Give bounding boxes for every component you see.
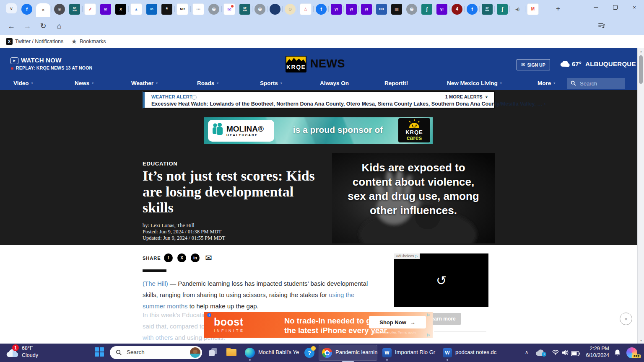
edge-window-label[interactable]: Mochii Babii's Ye	[258, 349, 299, 355]
taskbar-condition[interactable]: Cloudy	[22, 352, 38, 358]
word-app-icon[interactable]: W	[443, 348, 452, 357]
adchoices-icon[interactable]: ▷	[427, 333, 430, 337]
bookmark-twitter[interactable]: Twitter / Notifications	[15, 39, 63, 44]
edge-app-icon[interactable]	[245, 348, 255, 358]
adchoices-icon[interactable]: ▷	[427, 313, 430, 317]
pinned-tab-gmail[interactable]: M	[527, 3, 539, 15]
share-x-button[interactable]: X	[177, 253, 186, 262]
pinned-tab-dots[interactable]: ⋯	[192, 3, 204, 15]
pinned-tab-coin[interactable]: ☺	[285, 4, 296, 15]
taskbar-clock[interactable]: 2:29 PM 6/10/2024	[581, 345, 609, 359]
bookmark-bookmarks[interactable]: Bookmarks	[80, 39, 106, 44]
pinned-tab-yahoo-2[interactable]: y!	[331, 4, 342, 15]
close-tab-icon[interactable]: ×	[42, 7, 44, 13]
nav-item-roads[interactable]: Roads▾	[197, 80, 218, 86]
weather-alert-banner[interactable]: WEATHER ALERT 1 MORE ALERTS ∨ Excessive …	[143, 91, 495, 109]
scrollbar-thumb[interactable]	[639, 55, 643, 84]
start-button[interactable]	[95, 347, 104, 358]
sign-up-button[interactable]: ✉ SIGN UP	[517, 59, 550, 70]
home-button[interactable]: ⌂	[52, 17, 66, 35]
nav-item-more[interactable]: More▾	[538, 80, 555, 86]
pinned-tab-facebook-2[interactable]: f	[316, 4, 327, 15]
pinned-tab-river-1[interactable]: ʃ	[421, 4, 432, 15]
refresh-button[interactable]: ↻	[36, 17, 50, 35]
file-explorer-button[interactable]	[226, 349, 236, 356]
pinned-tab-river-2[interactable]: ʃ	[497, 4, 508, 15]
pinned-tab-red-star[interactable]: ☆	[300, 3, 312, 15]
header-city[interactable]: ALBUQUERQUE	[585, 60, 636, 67]
pinned-tab-nr[interactable]: NR	[177, 3, 188, 15]
chrome-window-label[interactable]: Pandemic learnin	[335, 349, 377, 355]
pinned-tab-globe-2[interactable]: ⊕	[254, 4, 265, 15]
pinned-tab-sparkle[interactable]: *	[161, 4, 172, 15]
word1-window-label[interactable]: Important Rio Gr	[395, 349, 435, 355]
minimize-button[interactable]	[586, 0, 605, 14]
nav-item-news[interactable]: News▾	[75, 80, 93, 86]
article-category[interactable]: EDUCATION	[143, 160, 178, 167]
new-tab-button[interactable]: +	[553, 3, 564, 14]
pinned-tab-facebook-3[interactable]: f	[467, 4, 478, 15]
replay-icon[interactable]: ↺	[394, 253, 488, 307]
page-scrollbar[interactable]: ▲ ▼	[637, 48, 644, 344]
share-email-button[interactable]: ✉	[204, 253, 213, 262]
the-hill-link[interactable]: (The Hill)	[143, 280, 168, 287]
pinned-tab-tab-audio[interactable]: ◀)	[512, 4, 523, 15]
alert-text[interactable]: Excessive Heat Watch: Lowlands of the Bo…	[151, 101, 546, 107]
pinned-tab-mountain[interactable]: ▲	[130, 3, 142, 15]
pinned-tab-db[interactable]: DB	[376, 4, 387, 15]
bookmark-star-icon[interactable]: ★	[71, 38, 77, 45]
share-linkedin-button[interactable]: in	[191, 253, 200, 262]
pinned-tab-yahoo-3[interactable]: y!	[346, 4, 357, 15]
site-search-input[interactable]	[579, 80, 621, 87]
scroll-down-arrow[interactable]: ▼	[638, 339, 644, 342]
search-highlight-avatar[interactable]	[190, 347, 200, 358]
pinned-tab-linkedin[interactable]: in	[146, 4, 157, 15]
nav-item-always-on[interactable]: Always On	[320, 80, 349, 86]
pinned-tab-globe-3[interactable]: ⊕	[406, 4, 417, 15]
word-app-icon[interactable]: W	[382, 348, 392, 357]
pinned-tab-x-tab[interactable]: X	[115, 4, 126, 15]
pinned-tab-sfnm-2[interactable]: SF NM	[239, 4, 250, 15]
pinned-tab-mail[interactable]: ✉	[223, 3, 235, 15]
watch-now-link[interactable]: WATCH NOW	[21, 57, 62, 64]
with-others-link[interactable]: with others	[143, 334, 173, 341]
taskbar-search[interactable]	[110, 346, 202, 359]
x-logo-icon[interactable]: X	[6, 38, 13, 45]
tray-chevron-icon[interactable]: ∧	[525, 349, 528, 355]
pinned-tab-red-4[interactable]: 4	[452, 4, 462, 15]
media-queue-icon[interactable]	[598, 22, 605, 31]
video-ad-player[interactable]: AdChoices ▷ ↺	[394, 253, 488, 307]
active-tab[interactable]: ×	[36, 3, 50, 17]
more-alerts-toggle[interactable]: 1 MORE ALERTS ∨	[445, 94, 488, 99]
pinned-tab-bell-tab[interactable]	[270, 4, 280, 15]
boost-ad-banner[interactable]: i boost INFINITE No trade-in needed to g…	[204, 312, 433, 338]
share-facebook-button[interactable]: f	[164, 253, 173, 262]
pinned-tab-yahoo-5[interactable]: y!	[436, 4, 447, 15]
pinned-tab-emblem[interactable]: ◉	[54, 4, 65, 15]
speaker-icon[interactable]	[562, 349, 569, 357]
krqe-logo[interactable]: KRQE	[286, 56, 306, 72]
wifi-icon[interactable]	[552, 349, 559, 357]
chrome-app-icon[interactable]	[322, 348, 332, 358]
pinned-tab-yahoo-4[interactable]: y!	[361, 4, 372, 15]
nav-item-sports[interactable]: Sports▾	[260, 80, 282, 86]
shop-now-button[interactable]: Shop Now→	[369, 316, 426, 328]
close-ad-button[interactable]: ×	[620, 313, 632, 325]
word2-window-label[interactable]: podcast notes.dc	[455, 349, 496, 355]
close-window-button[interactable]: ×	[625, 0, 644, 14]
notification-bell-icon[interactable]	[614, 349, 621, 358]
forward-button[interactable]: →	[20, 17, 34, 35]
pinned-tab-globe-1[interactable]: ⊕	[208, 4, 219, 15]
nav-item-video[interactable]: Video▾	[13, 80, 33, 86]
pinned-tab-journal[interactable]: ∕∕	[84, 3, 96, 15]
battery-icon[interactable]	[571, 350, 580, 358]
taskbar-search-input[interactable]	[126, 349, 182, 356]
tab-search-button[interactable]: ∨	[6, 3, 17, 13]
site-search-box[interactable]	[567, 78, 625, 89]
nav-item-weather[interactable]: Weather▾	[131, 80, 158, 86]
pinned-tab-sfnm-3[interactable]: SF NM	[482, 4, 493, 15]
help-app-icon[interactable]: ?	[304, 348, 314, 358]
pinned-tab-facebook-1[interactable]: f	[21, 4, 32, 15]
pinned-tab-sfnm-1[interactable]: SF NM	[69, 4, 80, 15]
scroll-up-arrow[interactable]: ▲	[638, 50, 644, 53]
